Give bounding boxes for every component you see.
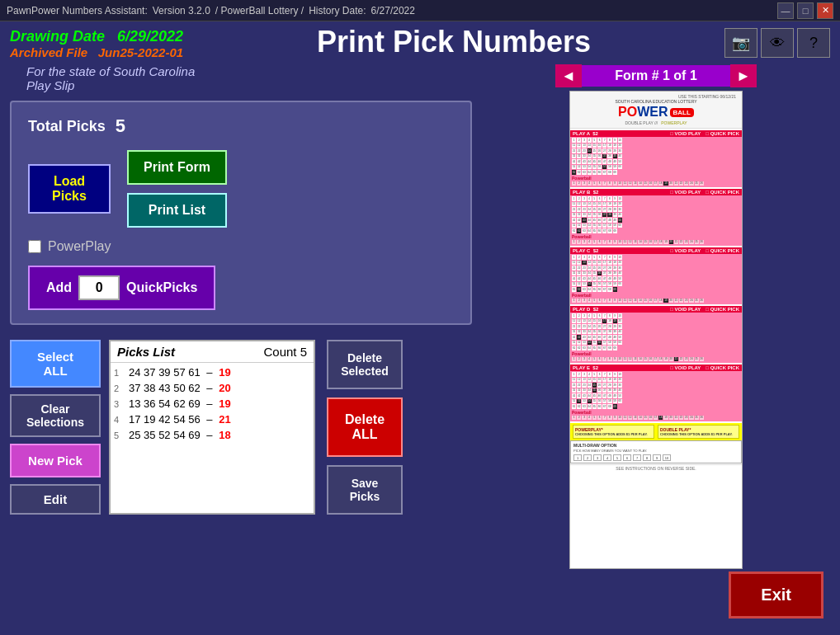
number-cell: 36 [597, 388, 602, 393]
print-list-button[interactable]: Print List [127, 193, 227, 228]
history-date-value: 6/27/2022 [371, 5, 415, 16]
powerball-row: 1234567891011121314151617181920212223242… [572, 357, 740, 362]
save-picks-button[interactable]: SavePicks [327, 465, 403, 515]
number-cell: 62 [577, 287, 581, 292]
powerball-cell: 16 [649, 240, 653, 245]
powerball-cell: 18 [658, 181, 663, 186]
number-cell: 8 [607, 372, 611, 377]
help-icon-button[interactable]: ? [797, 28, 830, 58]
new-pick-button[interactable]: New Pick [10, 444, 101, 477]
number-cell: 48 [607, 393, 611, 398]
powerball-cell: 24 [689, 181, 693, 186]
maximize-button[interactable]: □ [797, 2, 814, 19]
number-cell: 10 [618, 313, 622, 318]
exit-button[interactable]: Exit [729, 572, 823, 619]
edit-button[interactable]: Edit [10, 484, 101, 515]
numbers-row: 41424344454647484950 [572, 393, 740, 398]
powerball-cell: 12 [628, 240, 632, 245]
picks-list-body[interactable]: 1 24 37 39 57 61 – 19 2 37 38 43 50 62 –… [111, 363, 314, 513]
powerball-cell: 13 [633, 357, 637, 362]
md-box-5: 5 [613, 454, 621, 461]
state-label: For the state of South Carolina [26, 64, 472, 78]
list-item[interactable]: 1 24 37 39 57 61 – 19 [114, 365, 310, 380]
eye-icon-button[interactable]: 👁 [761, 28, 794, 58]
list-item[interactable]: 2 37 38 43 50 62 – 20 [114, 380, 310, 396]
number-cell: 28 [607, 383, 611, 388]
powerplay-checkbox[interactable] [28, 240, 41, 253]
multidraw-subtitle: PICK HOW MANY DRAWS YOU WANT TO PLAY. [573, 449, 739, 453]
quickpicks-button[interactable]: Add QuickPicks [28, 266, 215, 310]
numbers-row: 11121314151617181920 [572, 261, 740, 266]
powerball-cell: 26 [700, 240, 704, 245]
quick-pick-option: □ QUICK PICK [706, 307, 739, 312]
powerball-cell: 5 [592, 299, 597, 303]
close-button[interactable]: ✕ [817, 2, 833, 19]
print-form-button[interactable]: Print Form [127, 150, 227, 185]
number-cell: 56 [597, 399, 602, 404]
number-cell: 58 [607, 282, 611, 287]
number-cell: 53 [582, 223, 586, 228]
minimize-button[interactable]: — [777, 2, 794, 19]
history-date-label: History Date: [309, 5, 366, 16]
doubleplay-option-box: DOUBLE PLAY* CHOOSING THIS OPTION ADDS $… [658, 425, 739, 439]
number-cell: 64 [588, 346, 592, 350]
number-cell: 38 [607, 330, 611, 335]
number-cell: 33 [582, 271, 586, 276]
list-item[interactable]: 5 25 35 52 54 69 – 18 [114, 427, 310, 443]
powerball-cell: 21 [674, 181, 678, 186]
number-cell: 52 [577, 223, 581, 228]
number-cell: 29 [613, 207, 617, 212]
form-prev-button[interactable]: ◄ [555, 64, 582, 87]
list-item[interactable]: 3 13 36 54 62 69 – 19 [114, 396, 310, 412]
number-cell: 8 [607, 255, 611, 260]
md-box-7: 7 [633, 454, 641, 461]
number-cell: 26 [597, 148, 602, 153]
clear-selections-button[interactable]: ClearSelections [10, 394, 101, 437]
quickpicks-input[interactable] [78, 275, 120, 300]
form-nav: ◄ Form # 1 of 1 ► [482, 64, 830, 87]
numbers-row: 41424344454647484950 [572, 276, 740, 281]
number-cell: 13 [582, 143, 586, 148]
form-next-button[interactable]: ► [730, 64, 757, 87]
powerball-cell: 17 [654, 416, 658, 421]
list-item[interactable]: 4 17 19 42 54 56 – 21 [114, 412, 310, 427]
right-action-buttons: DeleteSelected DeleteALL SavePicks [327, 340, 403, 515]
md-box-8: 8 [643, 454, 651, 461]
powerball-cell: 14 [638, 357, 642, 362]
number-cell: 29 [613, 266, 617, 270]
number-cell: 44 [588, 276, 592, 281]
quickpicks-row: Add QuickPicks [28, 266, 454, 310]
number-cell: 48 [607, 276, 611, 281]
load-picks-button[interactable]: LoadPicks [28, 164, 111, 214]
number-cell: 5 [592, 255, 597, 260]
numbers-row: 31323334353637383940 [572, 271, 740, 276]
number-cell: 15 [592, 319, 597, 324]
number-cell: 31 [572, 271, 576, 276]
number-cell: 54 [588, 341, 592, 346]
powerball-cell: 20 [669, 240, 673, 245]
powerball-cell: 13 [633, 416, 637, 421]
number-cell: 63 [582, 170, 586, 175]
number-cell: 14 [588, 378, 592, 383]
number-cell: 3 [582, 313, 586, 318]
numbers-row: 11121314151617181920 [572, 143, 740, 148]
number-cell: 12 [577, 319, 581, 324]
number-cell: 11 [572, 202, 576, 207]
md-box-4: 4 [603, 454, 611, 461]
number-cell: 52 [577, 399, 581, 404]
camera-icon-button[interactable]: 📷 [724, 28, 757, 58]
number-cell: 66 [597, 404, 602, 409]
number-cell: 52 [577, 165, 581, 170]
delete-all-button[interactable]: DeleteALL [327, 397, 403, 457]
delete-selected-button[interactable]: DeleteSelected [327, 340, 403, 389]
numbers-row: 51525354555657585960 [572, 282, 740, 287]
number-cell: 3 [582, 138, 586, 143]
number-cell: 41 [572, 335, 576, 340]
select-all-button[interactable]: SelectALL [10, 340, 101, 388]
powerball-cell: 20 [669, 357, 673, 362]
number-cell: 67 [602, 287, 606, 292]
powerball-cell: 11 [623, 240, 627, 245]
powerball-cell: 13 [633, 181, 637, 186]
powerball-cell: 18 [658, 299, 663, 303]
number-cell: 69 [613, 346, 617, 350]
